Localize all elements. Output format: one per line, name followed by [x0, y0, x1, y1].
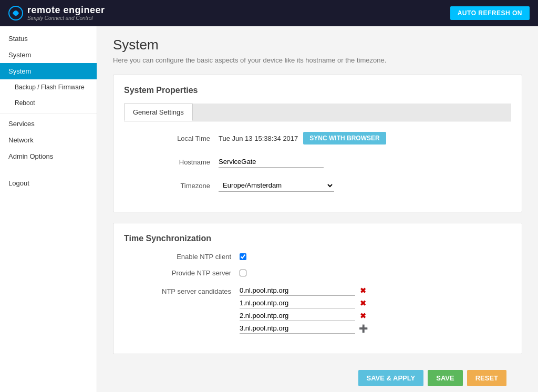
enable-ntp-row: Enable NTP client [124, 252, 511, 262]
reset-button[interactable]: RESET [467, 370, 506, 386]
layout: Status System System Backup / Flash Firm… [0, 26, 538, 392]
ntp-server-input-2[interactable] [240, 311, 355, 321]
page-title: System [113, 37, 522, 53]
sidebar-item-system[interactable]: System [0, 63, 97, 79]
sidebar-item-admin-options[interactable]: Admin Options [0, 148, 97, 164]
ntp-servers-list: ✖ ✖ ✖ ➕ [240, 285, 368, 336]
provide-ntp-label: Provide NTP server [134, 269, 240, 277]
ntp-server-0: ✖ [240, 285, 368, 296]
logo: remote engineer Simply Connect and Contr… [8, 5, 105, 22]
ntp-remove-icon-1[interactable]: ✖ [358, 298, 368, 308]
ntp-server-2: ✖ [240, 311, 368, 321]
tab-general-settings[interactable]: General Settings [124, 104, 193, 121]
save-apply-button[interactable]: SAVE & APPLY [358, 370, 424, 386]
ntp-remove-icon-2[interactable]: ✖ [358, 311, 368, 321]
main-content: System Here you can configure the basic … [97, 26, 538, 392]
action-bar: SAVE & APPLY SAVE RESET [113, 365, 522, 391]
ntp-server-input-0[interactable] [240, 285, 355, 296]
sidebar-divider [0, 113, 97, 114]
sidebar-item-services[interactable]: Services [0, 116, 97, 132]
sidebar-item-system-group[interactable]: System [0, 47, 97, 63]
tab-bar: General Settings [124, 104, 511, 121]
ntp-server-input-1[interactable] [240, 298, 355, 308]
logo-icon [8, 6, 23, 20]
header: remote engineer Simply Connect and Contr… [0, 0, 538, 26]
sidebar-item-reboot[interactable]: Reboot [0, 95, 97, 111]
sidebar: Status System System Backup / Flash Firm… [0, 26, 97, 392]
timezone-label: Timezone [134, 182, 219, 190]
ntp-candidates-row: NTP server candidates ✖ ✖ ✖ [124, 284, 511, 337]
sidebar-item-backup-flash[interactable]: Backup / Flash Firmware [0, 79, 97, 95]
hostname-value [219, 156, 324, 168]
hostname-input[interactable] [219, 156, 324, 168]
sidebar-item-status[interactable]: Status [0, 30, 97, 47]
ntp-server-1: ✖ [240, 298, 368, 308]
enable-ntp-label: Enable NTP client [134, 253, 240, 261]
local-time-value: Tue Jun 13 15:38:34 2017 SYNC WITH BROWS… [219, 132, 386, 145]
hostname-row: Hostname [124, 154, 511, 170]
local-time-text: Tue Jun 13 15:38:34 2017 [219, 135, 298, 142]
auto-refresh-button[interactable]: AUTO REFRESH ON [450, 6, 530, 20]
system-properties-card: System Properties General Settings Local… [113, 75, 522, 212]
sidebar-logout[interactable]: Logout [0, 175, 97, 191]
timezone-value: Europe/Amsterdam Europe/London America/N… [219, 179, 334, 192]
timezone-select[interactable]: Europe/Amsterdam Europe/London America/N… [219, 179, 334, 192]
save-button[interactable]: SAVE [428, 370, 462, 386]
time-sync-title: Time Synchronization [124, 234, 511, 243]
sync-with-browser-button[interactable]: SYNC WITH BROWSER [303, 132, 386, 145]
page-description: Here you can configure the basic aspects… [113, 56, 522, 64]
timezone-row: Timezone Europe/Amsterdam Europe/London … [124, 177, 511, 194]
ntp-candidates-label: NTP server candidates [134, 285, 240, 295]
ntp-server-input-3[interactable] [240, 323, 355, 334]
logo-sub-text: Simply Connect and Control [27, 15, 105, 21]
provide-ntp-checkbox[interactable] [240, 270, 246, 276]
ntp-add-icon-3[interactable]: ➕ [358, 324, 368, 333]
system-properties-title: System Properties [124, 86, 511, 95]
ntp-remove-icon-0[interactable]: ✖ [358, 286, 368, 295]
provide-ntp-row: Provide NTP server [124, 268, 511, 278]
sidebar-item-network[interactable]: Network [0, 132, 97, 148]
ntp-server-3: ➕ [240, 323, 368, 334]
time-sync-card: Time Synchronization Enable NTP client P… [113, 223, 522, 354]
enable-ntp-checkbox[interactable] [240, 253, 246, 260]
local-time-label: Local Time [134, 135, 219, 142]
hostname-label: Hostname [134, 158, 219, 166]
local-time-row: Local Time Tue Jun 13 15:38:34 2017 SYNC… [124, 130, 511, 147]
logo-main-text: remote engineer [27, 5, 105, 16]
